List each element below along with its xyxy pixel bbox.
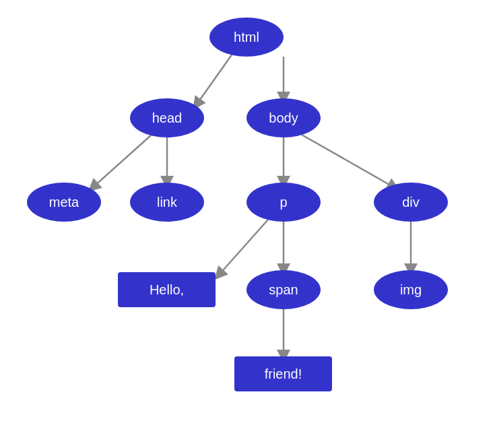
node-span-label: span — [269, 282, 298, 298]
node-head-label: head — [152, 110, 183, 126]
node-meta-label: meta — [49, 195, 79, 210]
node-link-label: link — [157, 195, 177, 210]
svg-line-1 — [197, 54, 232, 104]
node-body: body — [246, 98, 321, 137]
svg-line-6 — [302, 135, 394, 187]
node-div: div — [374, 183, 448, 222]
node-html-label: html — [234, 30, 259, 45]
node-link: link — [130, 183, 204, 222]
node-p: p — [246, 183, 321, 222]
node-friend: friend! — [234, 356, 332, 391]
node-html: html — [209, 18, 284, 57]
node-friend-label: friend! — [265, 366, 302, 382]
node-img-label: img — [400, 282, 422, 298]
svg-line-7 — [219, 220, 268, 275]
svg-line-3 — [93, 135, 152, 187]
node-body-label: body — [269, 110, 298, 126]
node-p-label: p — [280, 195, 287, 210]
node-img: img — [374, 270, 448, 309]
node-hello: Hello, — [118, 272, 216, 307]
node-span: span — [246, 270, 321, 309]
node-div-label: div — [402, 195, 420, 210]
node-head: head — [130, 98, 204, 137]
node-meta: meta — [27, 183, 101, 222]
diagram-container: html head body meta link p div Hello, sp… — [0, 0, 493, 448]
node-hello-label: Hello, — [150, 282, 184, 298]
